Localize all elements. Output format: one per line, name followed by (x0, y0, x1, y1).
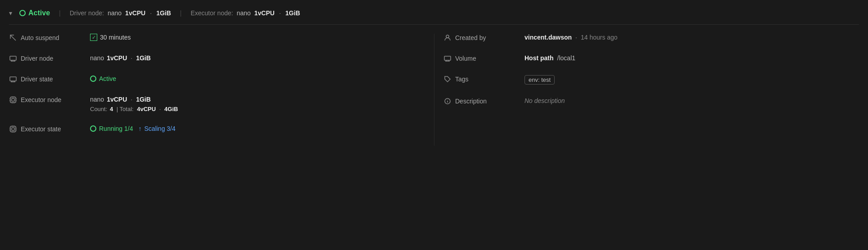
executor-node-size-value: nano 1vCPU · 1GiB (90, 96, 178, 103)
running-status: Running 1/4 (90, 125, 133, 132)
dot-sep-1: · (150, 9, 152, 17)
executor-node-label: Executor node: (190, 9, 233, 17)
executor-node-count: Count: 4 | Total: 4vCPU · 4GiB (90, 106, 178, 112)
created-time: 14 hours ago (581, 34, 618, 41)
checkbox-icon: ✓ (90, 34, 97, 41)
volume-path: /local1 (557, 54, 575, 62)
executor-node-info: Executor node: nano 1vCPU · 1GiB (190, 9, 300, 17)
svg-rect-10 (12, 98, 14, 101)
driver-node-info: Driver node: nano 1vCPU · 1GiB (70, 9, 171, 17)
divider-1: | (59, 9, 61, 17)
chevron-icon[interactable]: ▾ (9, 9, 12, 17)
auto-suspend-label: Auto suspend (21, 34, 59, 41)
driver-state-circle-icon (90, 76, 96, 82)
tags-label-container: Tags (443, 75, 524, 83)
description-text: No description (524, 97, 565, 104)
driver-node-label: Driver node: (70, 9, 104, 17)
pipe-sep: | (117, 106, 120, 112)
executor-node-value-group: nano 1vCPU · 1GiB Count: 4 | Total: 4vCP… (90, 96, 178, 112)
info-icon (443, 97, 452, 105)
svg-rect-1 (10, 56, 16, 60)
auto-suspend-value: ✓ 30 minutes (90, 34, 131, 41)
executor-node-icon (9, 96, 17, 104)
executor-node-row: Executor node nano 1vCPU · 1GiB Count: 4… (9, 96, 416, 112)
driver-node-ram: 1GiB (156, 9, 171, 17)
volume-label-container: Volume (443, 54, 524, 62)
svg-point-29 (446, 35, 449, 38)
auto-suspend-icon (9, 34, 17, 42)
executor-node-label-container: Executor node (9, 96, 90, 104)
creator-name: vincent.dawson (524, 34, 572, 41)
created-by-row: Created by vincent.dawson · 14 hours ago (443, 34, 859, 42)
person-icon (443, 34, 452, 42)
volume-row: Volume Host path /local1 (443, 54, 859, 62)
executor-node-label: Executor node (21, 96, 61, 103)
svg-rect-30 (444, 56, 451, 60)
tags-label: Tags (455, 76, 469, 83)
svg-rect-19 (10, 126, 16, 132)
total-label: Total: (120, 106, 134, 112)
svg-point-36 (448, 100, 448, 100)
volume-label: Volume (455, 55, 476, 62)
executor-state-row: Executor state Running 1/4 ↑ Scaling 3/4 (9, 125, 416, 133)
status-label: Active (28, 9, 50, 17)
driver-state-icon (9, 75, 17, 83)
auto-suspend-row: Auto suspend ✓ 30 minutes (9, 34, 416, 42)
auto-suspend-time: 30 minutes (100, 34, 131, 41)
divider-2: | (180, 9, 182, 17)
header-row: ▾ Active | Driver node: nano 1vCPU · 1Gi… (9, 4, 859, 25)
driver-node-icon (9, 54, 17, 62)
description-label-container: Description (443, 97, 524, 105)
scaling-status: ↑ Scaling 3/4 (139, 125, 176, 132)
executor-node-cpu: 1vCPU (254, 9, 275, 17)
tag-icon (443, 75, 452, 83)
description-value: No description (524, 97, 565, 104)
dot-sep-2: · (279, 9, 281, 17)
executor-state-label: Executor state (21, 125, 61, 133)
driver-node-row-value: nano 1vCPU · 1GiB (90, 54, 151, 62)
executor-node-ram: 1GiB (285, 9, 300, 17)
svg-line-0 (10, 35, 16, 40)
status-indicator: Active (19, 9, 50, 17)
created-by-label: Created by (455, 34, 486, 41)
svg-rect-20 (12, 128, 14, 130)
svg-rect-5 (10, 77, 16, 81)
driver-node-size: nano (108, 9, 122, 17)
description-label: Description (455, 98, 487, 105)
created-by-label-container: Created by (443, 34, 524, 42)
driver-node-row: Driver node nano 1vCPU · 1GiB (9, 54, 416, 62)
executor-state-icon (9, 125, 17, 133)
tag-badge: env: test (524, 75, 555, 85)
main-content: Auto suspend ✓ 30 minutes (9, 34, 859, 146)
total-cpu: 4vCPU (137, 106, 156, 112)
driver-node-row-label: Driver node (21, 55, 53, 62)
executor-state-label-container: Executor state (9, 125, 90, 133)
volume-icon (443, 54, 452, 62)
running-label: Running 1/4 (99, 125, 133, 132)
volume-type: Host path (524, 54, 554, 62)
tags-row: Tags env: test (443, 75, 859, 85)
volume-value: Host path /local1 (524, 54, 575, 62)
status-circle-icon (19, 10, 26, 16)
driver-state-row: Driver state Active (9, 75, 416, 83)
total-ram: 4GiB (164, 106, 178, 112)
driver-node-row-size: nano (90, 54, 104, 62)
executor-node-cpu: 1vCPU (107, 96, 127, 103)
running-circle-icon (90, 125, 96, 132)
driver-state-value: Active (90, 75, 116, 82)
tags-value: env: test (524, 75, 555, 85)
description-row: Description No description (443, 97, 859, 105)
driver-node-label-container: Driver node (9, 54, 90, 62)
executor-node-size: nano (237, 9, 251, 17)
scaling-arrow-icon: ↑ (139, 125, 142, 132)
created-by-value: vincent.dawson · 14 hours ago (524, 34, 618, 41)
executor-node-ram: 1GiB (136, 96, 151, 103)
left-section: Auto suspend ✓ 30 minutes (9, 34, 434, 146)
executor-node-size: nano (90, 96, 104, 103)
auto-suspend-label-container: Auto suspend (9, 34, 90, 42)
scaling-label: Scaling 3/4 (145, 125, 176, 132)
driver-state-text: Active (99, 75, 116, 82)
driver-node-cpu: 1vCPU (125, 9, 145, 17)
right-section: Created by vincent.dawson · 14 hours ago (434, 34, 859, 146)
driver-node-row-ram: 1GiB (136, 54, 151, 62)
